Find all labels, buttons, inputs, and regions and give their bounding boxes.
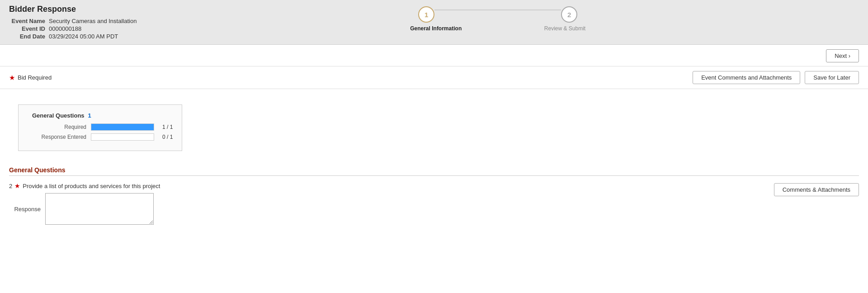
required-progress-bar	[91, 123, 154, 131]
required-star-icon: ★	[14, 182, 20, 189]
next-button-row: Next ›	[0, 45, 868, 66]
question-text: 2 ★ Provide a list of products and servi…	[9, 182, 160, 189]
step-2[interactable]: 2	[561, 6, 577, 23]
event-name-row: Event Name Security Cameras and Installa…	[9, 18, 137, 24]
event-enddate-label: End Date	[9, 33, 45, 40]
comments-attachments-button[interactable]: Comments & Attachments	[774, 183, 859, 196]
summary-count: 1	[88, 112, 91, 119]
required-label: Required	[32, 124, 86, 130]
event-id-value: 0000000188	[49, 25, 81, 32]
summary-title: General Questions	[32, 112, 85, 119]
response-label: Response	[9, 206, 41, 213]
bid-required-label: Bid Required	[18, 74, 52, 81]
header-left: Bidder Response Event Name Security Came…	[9, 5, 137, 44]
event-id-label: Event ID	[9, 25, 45, 32]
stepper-wrapper: 1 2 General Information Review & S	[418, 6, 577, 32]
event-enddate-row: End Date 03/29/2024 05:00 AM PDT	[9, 33, 137, 40]
bid-required-notice: ★ Bid Required	[9, 74, 52, 82]
summary-title-row: General Questions 1	[32, 112, 173, 119]
general-questions-section: General Questions 2 ★ Provide a list of …	[0, 162, 868, 234]
step-1-label: General Information	[410, 25, 462, 32]
toolbar-row: ★ Bid Required Event Comments and Attach…	[0, 66, 868, 89]
step-2-number: 2	[567, 11, 571, 19]
question-row: 2 ★ Provide a list of products and servi…	[9, 182, 859, 229]
required-asterisk: ★	[9, 74, 15, 82]
question-right: Comments & Attachments	[774, 182, 859, 196]
step-connector	[434, 9, 561, 10]
step-1-circle[interactable]: 1	[418, 6, 434, 23]
page-wrapper: Bidder Response Event Name Security Came…	[0, 0, 868, 293]
event-name-label: Event Name	[9, 18, 45, 24]
step-1[interactable]: 1	[418, 6, 434, 23]
response-progress-bar	[91, 133, 154, 141]
summary-area: General Questions 1 Required 1 / 1 Respo…	[0, 89, 868, 156]
summary-box: General Questions 1 Required 1 / 1 Respo…	[18, 104, 182, 151]
stepper-section: 1 2 General Information Review & S	[137, 5, 859, 32]
step-2-label: Review & Submit	[544, 25, 585, 32]
response-row: Response	[9, 193, 160, 225]
event-id-row: Event ID 0000000188	[9, 25, 137, 32]
response-entered-label: Response Entered	[32, 134, 86, 140]
required-progress-text: 1 / 1	[162, 124, 173, 130]
toolbar-buttons: Event Comments and Attachments Save for …	[693, 71, 859, 84]
stepper-row: 1 2	[418, 6, 577, 23]
response-textarea[interactable]	[45, 193, 154, 225]
header-section: Bidder Response Event Name Security Came…	[0, 0, 868, 45]
event-meta: Event Name Security Cameras and Installa…	[9, 18, 137, 40]
step-2-circle[interactable]: 2	[561, 6, 577, 23]
save-for-later-button[interactable]: Save for Later	[805, 71, 859, 84]
question-left: 2 ★ Provide a list of products and servi…	[9, 182, 160, 225]
required-row: Required 1 / 1	[32, 123, 173, 131]
question-number: 2	[9, 183, 12, 189]
section-title: General Questions	[9, 166, 859, 176]
event-enddate-value: 03/29/2024 05:00 AM PDT	[49, 33, 118, 40]
question-label: Provide a list of products and services …	[23, 183, 160, 189]
step-1-number: 1	[425, 11, 428, 19]
next-button[interactable]: Next ›	[826, 49, 859, 62]
required-progress-fill	[91, 124, 154, 130]
page-title: Bidder Response	[9, 5, 137, 14]
response-progress-text: 0 / 1	[162, 134, 173, 140]
response-entered-row: Response Entered 0 / 1	[32, 133, 173, 141]
event-comments-button[interactable]: Event Comments and Attachments	[693, 71, 800, 84]
event-name-value: Security Cameras and Installation	[49, 18, 137, 24]
